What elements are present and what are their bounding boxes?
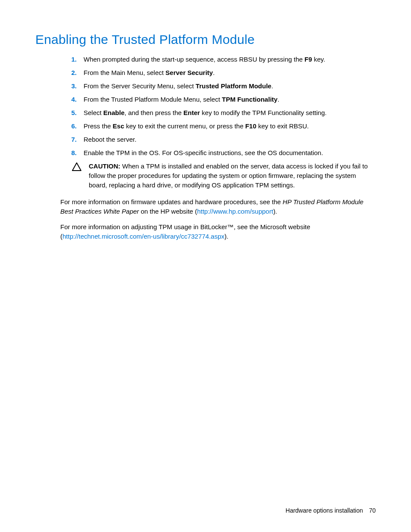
para-text: on the HP website ( (139, 208, 197, 215)
caution-text: CAUTION: When a TPM is installed and ena… (84, 162, 376, 190)
step-text: Enable the TPM in the OS. For OS-specifi… (84, 149, 323, 156)
step-item: 4. From the Trusted Platform Module Menu… (66, 95, 376, 104)
para-text: ). (224, 233, 228, 240)
step-number: 8. (66, 148, 77, 157)
step-text: From the Server Security Menu, select (84, 82, 196, 90)
step-item: 8. Enable the TPM in the OS. For OS-spec… (66, 148, 376, 157)
step-text: key to exit the current menu, or press t… (124, 122, 245, 130)
step-item: 3. From the Server Security Menu, select… (66, 81, 376, 90)
hp-support-link[interactable]: http://www.hp.com/support (197, 208, 273, 215)
page-title: Enabling the Trusted Platform Module (35, 32, 376, 47)
para-text: ). (273, 208, 277, 215)
step-text: When prompted during the start-up sequen… (84, 56, 305, 63)
step-number: 2. (66, 68, 77, 77)
step-bold: TPM Functionality (222, 96, 277, 103)
step-item: 1. When prompted during the start-up seq… (66, 55, 376, 64)
step-text: Reboot the server. (84, 136, 137, 143)
step-bold: Trusted Platform Module (196, 82, 271, 90)
step-number: 3. (66, 81, 77, 90)
step-text: key to exit RBSU. (256, 122, 309, 130)
step-text: Press the (84, 122, 113, 130)
step-text: From the Trusted Platform Module Menu, s… (84, 96, 222, 103)
step-text: , and then press the (125, 109, 184, 116)
step-item: 6. Press the Esc key to exit the current… (66, 121, 376, 131)
step-text: key to modify the TPM Functionality sett… (200, 109, 327, 116)
step-item: 7. Reboot the server. (66, 135, 376, 144)
caution-body: When a TPM is installed and enabled on t… (89, 162, 368, 189)
step-text: . (271, 82, 273, 90)
step-text: key. (312, 56, 325, 63)
step-bold: Server Security (165, 69, 213, 76)
caution-icon (72, 162, 84, 190)
step-bold: Enable (103, 109, 125, 116)
step-number: 4. (66, 95, 77, 104)
info-paragraph: For more information on firmware updates… (60, 197, 376, 216)
step-bold: F9 (305, 56, 312, 63)
footer-page-number: 70 (369, 507, 376, 514)
step-text: From the Main Menu, select (84, 69, 165, 76)
step-number: 5. (66, 108, 77, 117)
step-bold: Enter (184, 109, 200, 116)
page-footer: Hardware options installation 70 (286, 507, 376, 514)
step-text: . (277, 96, 279, 103)
steps-list: 1. When prompted during the start-up seq… (66, 55, 376, 157)
step-bold: F10 (245, 122, 256, 130)
info-paragraph: For more information on adjusting TPM us… (60, 222, 376, 241)
step-text: Select (84, 109, 103, 116)
step-number: 1. (66, 55, 77, 64)
step-text: . (213, 69, 215, 76)
step-number: 7. (66, 135, 77, 144)
footer-section: Hardware options installation (286, 507, 363, 514)
step-item: 5. Select Enable, and then press the Ent… (66, 108, 376, 117)
step-item: 2. From the Main Menu, select Server Sec… (66, 68, 376, 77)
caution-label: CAUTION: (89, 162, 120, 170)
caution-block: CAUTION: When a TPM is installed and ena… (72, 162, 376, 190)
step-bold: Esc (113, 122, 125, 130)
microsoft-technet-link[interactable]: http://technet.microsoft.com/en-us/libra… (62, 233, 224, 240)
step-number: 6. (66, 121, 77, 131)
para-text: For more information on firmware updates… (60, 198, 283, 205)
